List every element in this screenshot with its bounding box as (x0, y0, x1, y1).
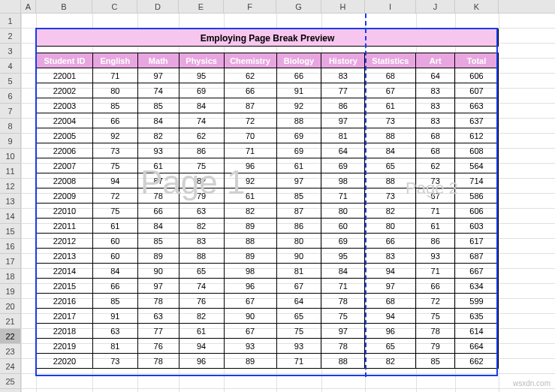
spreadsheet-grid[interactable]: Employing Page Break PreviewStudent IDEn… (21, 14, 555, 392)
cell[interactable]: 66 (224, 83, 276, 98)
col-header-J[interactable]: J (416, 0, 455, 13)
cell[interactable]: 69 (321, 234, 365, 249)
cell[interactable]: 92 (92, 128, 137, 143)
cell[interactable]: 22005 (37, 128, 93, 143)
cell[interactable]: 67 (224, 294, 276, 309)
cell[interactable]: 98 (224, 264, 276, 279)
table-row[interactable]: 220116184828986608061603 (37, 219, 499, 234)
row-header-17[interactable]: 17 (0, 254, 20, 269)
cell[interactable]: 91 (276, 83, 321, 98)
cell[interactable]: 60 (92, 249, 137, 264)
cell[interactable]: 83 (321, 68, 365, 83)
cell[interactable]: 82 (179, 309, 224, 324)
cell[interactable]: 70 (224, 128, 276, 143)
cell[interactable]: 564 (455, 158, 499, 173)
cell[interactable]: 61 (276, 158, 321, 173)
row-header-15[interactable]: 15 (0, 224, 20, 239)
col-header-D[interactable]: D (137, 0, 179, 13)
cell[interactable]: 63 (137, 309, 179, 324)
cell[interactable]: 98 (321, 173, 365, 188)
cell[interactable]: 81 (92, 339, 137, 354)
cell[interactable]: 96 (224, 158, 276, 173)
cell[interactable]: 86 (276, 219, 321, 234)
cell[interactable]: 603 (455, 219, 499, 234)
row-header-19[interactable]: 19 (0, 284, 20, 299)
cell[interactable]: 617 (455, 234, 499, 249)
cell[interactable]: 88 (224, 234, 276, 249)
cell[interactable]: 88 (365, 173, 416, 188)
cell[interactable]: 88 (276, 113, 321, 128)
col-header-cell[interactable]: Physics (179, 53, 224, 68)
cell[interactable]: 62 (416, 158, 455, 173)
table-row[interactable]: 220028074696691776783607 (37, 83, 499, 98)
cell[interactable]: 86 (179, 143, 224, 158)
cell[interactable]: 87 (224, 98, 276, 113)
cell[interactable]: 74 (179, 279, 224, 294)
cell[interactable]: 60 (92, 234, 137, 249)
cell[interactable]: 22006 (37, 143, 93, 158)
cell[interactable]: 64 (321, 143, 365, 158)
cell[interactable]: 599 (455, 294, 499, 309)
table-row[interactable]: 220107566638287808271606 (37, 204, 499, 219)
cell[interactable]: 66 (276, 68, 321, 83)
table-row[interactable]: 220126085838880696686617 (37, 234, 499, 249)
cell[interactable]: 71 (276, 354, 321, 369)
table-row[interactable]: 220059282627069818868612 (37, 128, 499, 143)
cell[interactable]: 22004 (37, 113, 93, 128)
row-header-12[interactable]: 12 (0, 179, 20, 194)
cell[interactable]: 97 (137, 279, 179, 294)
cell[interactable]: 72 (416, 294, 455, 309)
cell[interactable]: 84 (365, 143, 416, 158)
cell[interactable]: 687 (455, 249, 499, 264)
cell[interactable]: 71 (92, 68, 137, 83)
cell[interactable]: 80 (92, 83, 137, 98)
cell[interactable]: 22013 (37, 249, 93, 264)
select-all-corner[interactable] (0, 0, 21, 14)
table-row[interactable]: 220067393867169648468608 (37, 143, 499, 158)
cell[interactable]: 84 (179, 98, 224, 113)
cell[interactable]: 68 (416, 143, 455, 158)
cell[interactable]: 68 (416, 128, 455, 143)
cell[interactable]: 66 (137, 204, 179, 219)
cell[interactable]: 22014 (37, 264, 93, 279)
cell[interactable]: 22011 (37, 219, 93, 234)
cell[interactable]: 83 (416, 98, 455, 113)
cell[interactable]: 85 (92, 294, 137, 309)
table-row[interactable]: 220168578766764786872599 (37, 294, 499, 309)
cell[interactable]: 67 (365, 83, 416, 98)
cell[interactable]: 73 (92, 143, 137, 158)
row-header-3[interactable]: 3 (0, 44, 20, 59)
cell[interactable]: 80 (321, 204, 365, 219)
cell[interactable]: 22008 (37, 173, 93, 188)
cell[interactable]: 84 (137, 113, 179, 128)
table-row[interactable]: 220089487829297988873714 (37, 173, 499, 188)
table-row[interactable]: 220179163829065759475635 (37, 309, 499, 324)
cell[interactable]: 22002 (37, 83, 93, 98)
row-header-18[interactable]: 18 (0, 269, 20, 284)
row-header-2[interactable]: 2 (0, 29, 20, 44)
row-header-6[interactable]: 6 (0, 89, 20, 104)
cell[interactable]: 22012 (37, 234, 93, 249)
cell[interactable]: 61 (365, 98, 416, 113)
cell[interactable]: 76 (179, 294, 224, 309)
cell[interactable]: 91 (92, 309, 137, 324)
column-headers[interactable]: ABCDEFGHIJK (21, 0, 555, 14)
cell[interactable]: 82 (365, 354, 416, 369)
cell[interactable]: 73 (365, 188, 416, 204)
cell[interactable]: 69 (276, 128, 321, 143)
cell[interactable]: 65 (179, 264, 224, 279)
cell[interactable]: 88 (179, 249, 224, 264)
cell[interactable]: 614 (455, 324, 499, 339)
row-headers[interactable]: 1234567891011121314151617181920212223242… (0, 14, 21, 392)
col-header-G[interactable]: G (276, 0, 321, 13)
cell[interactable]: 73 (92, 354, 137, 369)
cell[interactable]: 76 (137, 339, 179, 354)
cell[interactable]: 64 (276, 294, 321, 309)
cell[interactable]: 83 (416, 83, 455, 98)
cell[interactable]: 89 (137, 249, 179, 264)
col-header-C[interactable]: C (92, 0, 137, 13)
cell[interactable]: 71 (416, 264, 455, 279)
table-row[interactable]: 220148490659881849471667 (37, 264, 499, 279)
col-header-cell[interactable]: History (321, 53, 365, 68)
row-header-4[interactable]: 4 (0, 59, 20, 74)
